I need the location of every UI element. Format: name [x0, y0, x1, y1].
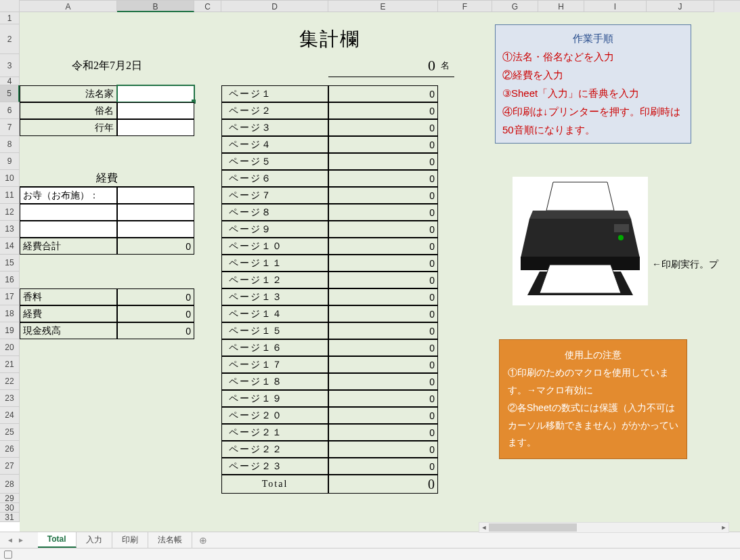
- column-header-B[interactable]: B: [117, 1, 194, 12]
- scroll-thumb[interactable]: [489, 523, 577, 532]
- row-header-18[interactable]: 18: [0, 305, 20, 322]
- row-header-12[interactable]: 12: [0, 204, 20, 221]
- column-header-C[interactable]: C: [194, 1, 221, 12]
- page-label-8: ページ９: [221, 221, 328, 238]
- row-header-21[interactable]: 21: [0, 356, 20, 373]
- caution-header: 使用上の注意: [508, 347, 678, 364]
- column-header-J[interactable]: J: [647, 1, 714, 12]
- page-value-0: 0: [328, 85, 438, 102]
- worksheet-area[interactable]: 集計欄令和2年7月2日0名法名家俗名行年経費お寺（お布施）：経費合計0香料0経費…: [20, 12, 740, 560]
- row-header-25[interactable]: 25: [0, 424, 20, 441]
- column-header-H[interactable]: H: [538, 1, 584, 12]
- row-header-2[interactable]: 2: [0, 24, 20, 54]
- summary-label-0: 香料: [20, 288, 117, 305]
- row-header-28[interactable]: 28: [0, 475, 20, 494]
- column-header-A[interactable]: A: [20, 1, 117, 12]
- column-header-D[interactable]: D: [221, 1, 328, 12]
- row-header-29[interactable]: 29: [0, 494, 20, 503]
- row-header-10[interactable]: 10: [0, 170, 20, 187]
- sheet-tab-bar: ◄ ► Total入力印刷法名帳 ⊕ ◄ ►: [0, 532, 740, 548]
- row-header-11[interactable]: 11: [0, 187, 20, 204]
- expense-row2-value[interactable]: [117, 204, 194, 221]
- row-header-16[interactable]: 16: [0, 272, 20, 288]
- scroll-right-icon[interactable]: ►: [719, 523, 728, 532]
- add-sheet-button[interactable]: ⊕: [192, 535, 214, 546]
- summary-value-1: 0: [117, 305, 194, 322]
- column-header-I[interactable]: I: [584, 1, 647, 12]
- row-header-23[interactable]: 23: [0, 390, 20, 407]
- row-header-24[interactable]: 24: [0, 407, 20, 424]
- sheet-tab-入力[interactable]: 入力: [77, 532, 112, 548]
- sheet-title: 集計欄: [221, 24, 438, 54]
- tab-nav-next-icon[interactable]: ►: [18, 536, 24, 544]
- row-header-31[interactable]: 31: [0, 513, 20, 522]
- page-value-15: 0: [328, 339, 438, 356]
- page-value-17: 0: [328, 373, 438, 390]
- procedure-line-0: ①法名・俗名などを入力: [502, 47, 684, 66]
- page-value-5: 0: [328, 170, 438, 187]
- row-header-6[interactable]: 6: [0, 102, 20, 119]
- printer-button[interactable]: [513, 177, 648, 305]
- scroll-left-icon[interactable]: ◄: [479, 523, 489, 532]
- page-value-7: 0: [328, 204, 438, 221]
- name-value-2[interactable]: [117, 119, 194, 136]
- page-label-9: ページ１０: [221, 238, 328, 255]
- column-header-G[interactable]: G: [492, 1, 538, 12]
- person-unit: 名: [438, 54, 454, 77]
- name-value-0[interactable]: [117, 85, 194, 102]
- name-value-1[interactable]: [117, 102, 194, 119]
- macro-record-icon[interactable]: [4, 551, 12, 559]
- name-label-0: 法名家: [20, 85, 117, 102]
- page-value-1: 0: [328, 102, 438, 119]
- row-header-26[interactable]: 26: [0, 441, 20, 458]
- page-label-21: ページ２２: [221, 441, 328, 458]
- row-header-22[interactable]: 22: [0, 373, 20, 390]
- row-header-1[interactable]: 1: [0, 12, 20, 24]
- page-value-20: 0: [328, 424, 438, 441]
- row-header-4[interactable]: 4: [0, 77, 20, 85]
- select-all-corner[interactable]: [0, 0, 20, 12]
- expense-row3-value[interactable]: [117, 221, 194, 238]
- page-value-8: 0: [328, 221, 438, 238]
- page-label-19: ページ２０: [221, 407, 328, 424]
- column-header-F[interactable]: F: [438, 1, 492, 12]
- sheet-tab-印刷[interactable]: 印刷: [112, 532, 148, 548]
- sheet-tab-Total[interactable]: Total: [38, 532, 77, 548]
- column-header-E[interactable]: E: [328, 1, 438, 12]
- procedure-header: 作業手順: [502, 29, 684, 47]
- page-label-0: ページ１: [221, 85, 328, 102]
- expense-row2-label[interactable]: [20, 204, 117, 221]
- horizontal-scrollbar[interactable]: ◄ ►: [479, 522, 729, 533]
- row-header-19[interactable]: 19: [0, 322, 20, 339]
- page-label-18: ページ１９: [221, 390, 328, 407]
- row-header-27[interactable]: 27: [0, 458, 20, 475]
- summary-label-1: 経費: [20, 305, 117, 322]
- row-header-3[interactable]: 3: [0, 54, 20, 77]
- column-headers: ABCDEFGHIJ: [20, 0, 740, 12]
- page-label-1: ページ２: [221, 102, 328, 119]
- temple-value[interactable]: [117, 187, 194, 204]
- row-header-14[interactable]: 14: [0, 238, 20, 255]
- procedure-line-2: ③Sheet「入力」に香典を入力: [502, 84, 684, 102]
- row-header-20[interactable]: 20: [0, 339, 20, 356]
- sheet-tab-法名帳[interactable]: 法名帳: [148, 532, 192, 548]
- expense-header: 経費: [20, 170, 194, 187]
- row-header-9[interactable]: 9: [0, 153, 20, 170]
- expense-row3-label[interactable]: [20, 221, 117, 238]
- tab-nav-prev-icon[interactable]: ◄: [7, 536, 14, 544]
- page-label-15: ページ１６: [221, 339, 328, 356]
- procedure-line-3: ④印刷は↓プリンターを押す。印刷時は50音順になります。: [502, 102, 684, 139]
- row-header-13[interactable]: 13: [0, 221, 20, 238]
- svg-marker-2: [529, 211, 631, 219]
- row-header-17[interactable]: 17: [0, 288, 20, 305]
- row-header-30[interactable]: 30: [0, 503, 20, 513]
- row-header-5[interactable]: 5: [0, 85, 20, 102]
- tab-nav-buttons: ◄ ►: [0, 536, 31, 544]
- page-value-2: 0: [328, 119, 438, 136]
- page-value-21: 0: [328, 441, 438, 458]
- page-label-20: ページ２１: [221, 424, 328, 441]
- row-header-15[interactable]: 15: [0, 255, 20, 272]
- row-header-7[interactable]: 7: [0, 119, 20, 136]
- row-header-8[interactable]: 8: [0, 136, 20, 153]
- caution-box: 使用上の注意①印刷のためのマクロを使用しています。→マクロ有効に②各Sheetの…: [499, 339, 687, 459]
